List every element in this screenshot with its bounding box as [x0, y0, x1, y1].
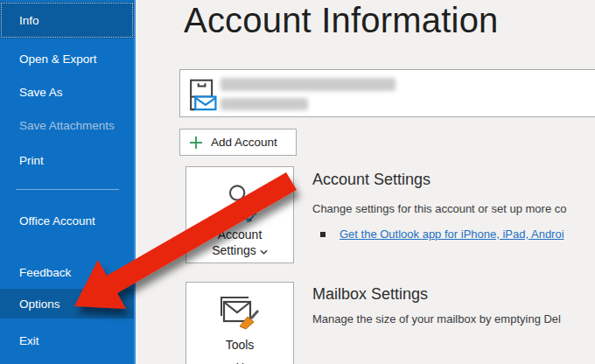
outlook-backstage: { "sidebar": { "bg_color": "#0E70C4", "h…: [0, 0, 595, 364]
redacted-email-address: [220, 78, 396, 91]
sidebar-item-label: Office Account: [19, 213, 95, 229]
plus-icon: [189, 136, 203, 150]
sidebar-divider: [16, 189, 119, 190]
sidebar-item-label: Save Attachments: [19, 119, 115, 132]
account-settings-button-label-line1: Account: [218, 227, 262, 242]
sidebar-item-feedback[interactable]: Feedback: [0, 262, 134, 282]
redacted-account-type: [220, 98, 308, 110]
sidebar-item-label: Options: [19, 298, 60, 311]
page-title: Account Information: [184, 1, 499, 40]
sidebar-item-open-export[interactable]: Open & Export: [0, 49, 134, 68]
add-account-button[interactable]: Add Account: [179, 129, 297, 156]
backstage-sidebar: Info Open & Export Save As Save Attachme…: [0, 0, 136, 364]
sidebar-item-exit[interactable]: Exit: [0, 331, 134, 350]
sidebar-item-options[interactable]: Options: [0, 289, 134, 318]
account-settings-heading: Account Settings: [312, 171, 430, 189]
sidebar-item-label: Exit: [19, 334, 39, 347]
outlook-app-link-row: Get the Outlook app for iPhone, iPad, An…: [320, 228, 564, 241]
sidebar-item-save-as[interactable]: Save As: [0, 82, 134, 102]
chevron-down-icon: [260, 243, 268, 257]
mailbox-settings-description: Manage the size of your mailbox by empty…: [312, 312, 561, 326]
sidebar-item-label: Print: [19, 154, 44, 167]
envelope-broom-icon: [219, 295, 261, 332]
account-selector[interactable]: [179, 69, 595, 117]
sidebar-item-office-account[interactable]: Office Account: [0, 213, 96, 248]
sidebar-item-label: Open & Export: [19, 52, 97, 66]
add-account-label: Add Account: [211, 136, 277, 149]
account-mailbox-icon: [186, 75, 218, 117]
sidebar-item-label: Info: [19, 14, 39, 27]
get-outlook-app-link[interactable]: Get the Outlook app for iPhone, iPad, An…: [340, 228, 564, 241]
account-settings-description: Change settings for this account or set …: [312, 202, 567, 215]
sidebar-item-label: Save As: [19, 86, 63, 99]
account-settings-button-label-line2: Settings: [212, 242, 268, 258]
bullet-icon: [320, 232, 326, 237]
person-gear-icon: [220, 183, 260, 223]
sidebar-item-save-attachments: Save Attachments: [0, 116, 134, 135]
tools-button[interactable]: Tools: [186, 282, 294, 364]
sidebar-item-print[interactable]: Print: [0, 150, 134, 170]
sidebar-item-label: Feedback: [19, 266, 71, 279]
sidebar-item-info[interactable]: Info: [0, 2, 134, 38]
tools-button-label: Tools: [226, 337, 255, 353]
mailbox-settings-heading: Mailbox Settings: [312, 285, 428, 304]
account-information-panel: Account Information Add Account: [136, 0, 595, 364]
account-settings-button[interactable]: Account Settings: [186, 166, 294, 263]
chevron-down-icon: [236, 356, 244, 364]
